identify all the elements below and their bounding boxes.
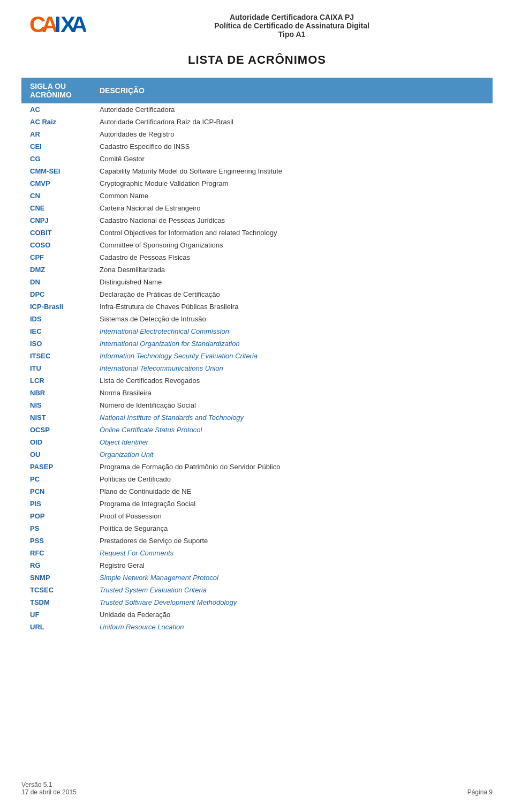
descricao-cell: Organization Unit: [91, 448, 493, 461]
sigla-cell: IEC: [21, 325, 91, 337]
descricao-cell: Capability Maturity Model do Software En…: [91, 165, 493, 177]
descricao-cell: Common Name: [91, 190, 493, 202]
sigla-cell: PCN: [21, 485, 91, 498]
table-row: IECInternational Electrotechnical Commis…: [21, 325, 493, 337]
table-row: PISPrograma de Integração Social: [21, 498, 493, 510]
svg-text:A: A: [71, 12, 86, 37]
sigla-cell: TSDM: [21, 596, 91, 608]
descricao-cell: Request For Comments: [91, 547, 493, 559]
table-row: RFCRequest For Comments: [21, 547, 493, 559]
sigla-cell: CNE: [21, 202, 91, 214]
sigla-cell: DPC: [21, 288, 91, 300]
sigla-cell: NBR: [21, 387, 91, 399]
sigla-cell: ITSEC: [21, 350, 91, 362]
table-row: CNECarteira Nacional de Estrangeiro: [21, 202, 493, 214]
header-title3: Tipo A1: [91, 30, 493, 39]
table-row: ICP-BrasilInfra-Estrutura de Chaves Públ…: [21, 300, 493, 313]
page-footer: Versão 5.1 17 de abril de 2015 Página 9: [21, 781, 493, 796]
table-row: OIDObject Identifier: [21, 436, 493, 448]
descricao-cell: Committee of Sponsoring Organizations: [91, 239, 493, 251]
descricao-cell: Autoridades de Registro: [91, 128, 493, 140]
table-row: CGComitê Gestor: [21, 153, 493, 165]
table-row: PCPolíticas de Certificado: [21, 473, 493, 485]
descricao-cell: Cryptographic Module Validation Program: [91, 177, 493, 190]
col1-header: SIGLA OUACRÔNIMO: [21, 78, 91, 103]
table-row: PSPolítica de Segurança: [21, 522, 493, 535]
sigla-cell: CMM-SEI: [21, 165, 91, 177]
table-row: AC RaizAutoridade Certificadora Raiz da …: [21, 116, 493, 128]
descricao-cell: Infra-Estrutura de Chaves Públicas Brasi…: [91, 300, 493, 313]
sigla-cell: AR: [21, 128, 91, 140]
sigla-cell: CMVP: [21, 177, 91, 190]
table-row: CEICadastro Específico do INSS: [21, 140, 493, 153]
descricao-cell: Trusted System Evaluation Criteria: [91, 584, 493, 596]
descricao-cell: Simple Network Management Protocol: [91, 572, 493, 584]
table-row: DMZZona Desmilitarizada: [21, 264, 493, 276]
table-row: OUOrganization Unit: [21, 448, 493, 461]
sigla-cell: ITU: [21, 362, 91, 374]
sigla-cell: PIS: [21, 498, 91, 510]
table-header-row: SIGLA OUACRÔNIMO DESCRIÇÃO: [21, 78, 493, 103]
descricao-cell: Trusted Software Development Methodology: [91, 596, 493, 608]
table-row: CMVPCryptographic Module Validation Prog…: [21, 177, 493, 190]
descricao-cell: Número de Identificação Social: [91, 399, 493, 411]
sigla-cell: TCSEC: [21, 584, 91, 596]
table-row: NISTNational Institute of Standards and …: [21, 411, 493, 424]
logo-area: C A I X A: [21, 11, 91, 40]
table-row: RGRegistro Geral: [21, 559, 493, 572]
descricao-cell: Online Certificate Status Protocol: [91, 424, 493, 436]
descricao-cell: Unidade da Federação: [91, 608, 493, 621]
descricao-cell: Cadastro Nacional de Pessoas Jurídicas: [91, 214, 493, 227]
col2-header: DESCRIÇÃO: [91, 78, 493, 103]
caixa-logo: C A I X A: [21, 11, 91, 40]
footer-right: Página 9: [467, 788, 493, 796]
sigla-cell: OCSP: [21, 424, 91, 436]
sigla-cell: POP: [21, 510, 91, 522]
descricao-cell: Política de Segurança: [91, 522, 493, 535]
descricao-cell: Uniform Resource Location: [91, 621, 493, 633]
sigla-cell: SNMP: [21, 572, 91, 584]
version-label: Versão 5.1: [21, 781, 77, 788]
descricao-cell: Comitê Gestor: [91, 153, 493, 165]
descricao-cell: Registro Geral: [91, 559, 493, 572]
footer-left: Versão 5.1 17 de abril de 2015: [21, 781, 77, 796]
sigla-cell: ICP-Brasil: [21, 300, 91, 313]
sigla-cell: COBIT: [21, 227, 91, 239]
sigla-cell: URL: [21, 621, 91, 633]
descricao-cell: Object Identifier: [91, 436, 493, 448]
descricao-cell: Norma Brasileira: [91, 387, 493, 399]
descricao-cell: Declaração de Práticas de Certificação: [91, 288, 493, 300]
sigla-cell: PS: [21, 522, 91, 535]
table-row: OCSPOnline Certificate Status Protocol: [21, 424, 493, 436]
caixa-logo-svg: C A I X A: [27, 11, 86, 40]
header-title1: Autoridade Certificadora CAIXA PJ: [91, 13, 493, 21]
descricao-cell: National Institute of Standards and Tech…: [91, 411, 493, 424]
table-row: TCSECTrusted System Evaluation Criteria: [21, 584, 493, 596]
sigla-cell: NIS: [21, 399, 91, 411]
descricao-cell: Cadastro de Pessoas Físicas: [91, 251, 493, 264]
table-row: ITUInternational Telecommunications Unio…: [21, 362, 493, 374]
table-row: DNDistinguished Name: [21, 276, 493, 288]
descricao-cell: Políticas de Certificado: [91, 473, 493, 485]
descricao-cell: Autoridade Certificadora Raiz da ICP-Bra…: [91, 116, 493, 128]
svg-text:I: I: [55, 12, 61, 37]
sigla-cell: PC: [21, 473, 91, 485]
descricao-cell: Zona Desmilitarizada: [91, 264, 493, 276]
table-row: CNCommon Name: [21, 190, 493, 202]
table-row: ISOInternational Organization for Standa…: [21, 337, 493, 350]
page-title: LISTA DE ACRÔNIMOS: [21, 53, 493, 67]
descricao-cell: Programa de Formação do Patrimônio do Se…: [91, 461, 493, 473]
table-row: TSDMTrusted Software Development Methodo…: [21, 596, 493, 608]
table-row: ACAutoridade Certificadora: [21, 103, 493, 116]
acronym-table: SIGLA OUACRÔNIMO DESCRIÇÃO ACAutoridade …: [21, 78, 493, 633]
header-text: Autoridade Certificadora CAIXA PJ Políti…: [91, 13, 493, 39]
sigla-cell: CPF: [21, 251, 91, 264]
table-row: PCNPlano de Continuidade de NE: [21, 485, 493, 498]
descricao-cell: Programa de Integração Social: [91, 498, 493, 510]
table-row: NISNúmero de Identificação Social: [21, 399, 493, 411]
sigla-cell: RG: [21, 559, 91, 572]
page-title-section: LISTA DE ACRÔNIMOS: [21, 53, 493, 67]
sigla-cell: LCR: [21, 374, 91, 387]
sigla-cell: DMZ: [21, 264, 91, 276]
sigla-cell: RFC: [21, 547, 91, 559]
